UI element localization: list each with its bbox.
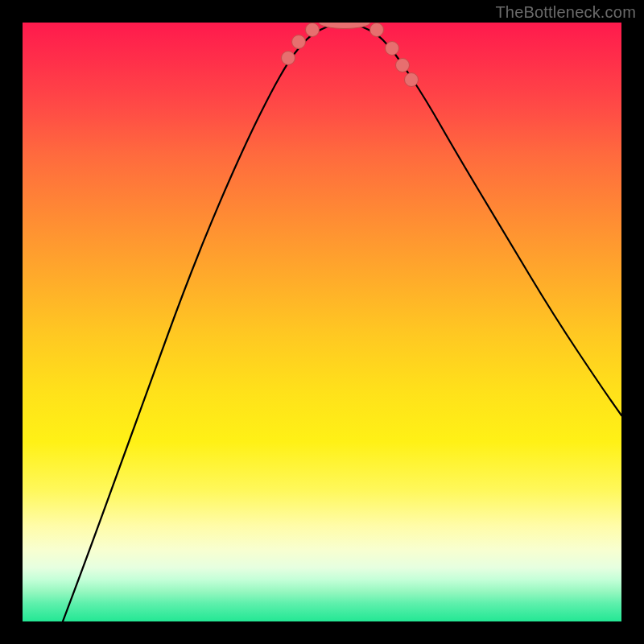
curve-marker	[282, 52, 295, 65]
curve-svg	[23, 23, 621, 621]
bottleneck-curve	[63, 23, 621, 621]
plot-area	[23, 23, 621, 621]
chart-frame: TheBottleneck.com	[0, 0, 644, 644]
curve-marker	[386, 42, 399, 56]
curve-marker	[396, 59, 410, 72]
curve-marker	[306, 23, 320, 37]
curve-marker	[370, 23, 384, 37]
watermark-text: TheBottleneck.com	[495, 3, 636, 22]
curve-marker	[292, 35, 306, 49]
curve-markers	[282, 23, 419, 87]
curve-marker	[405, 73, 419, 87]
